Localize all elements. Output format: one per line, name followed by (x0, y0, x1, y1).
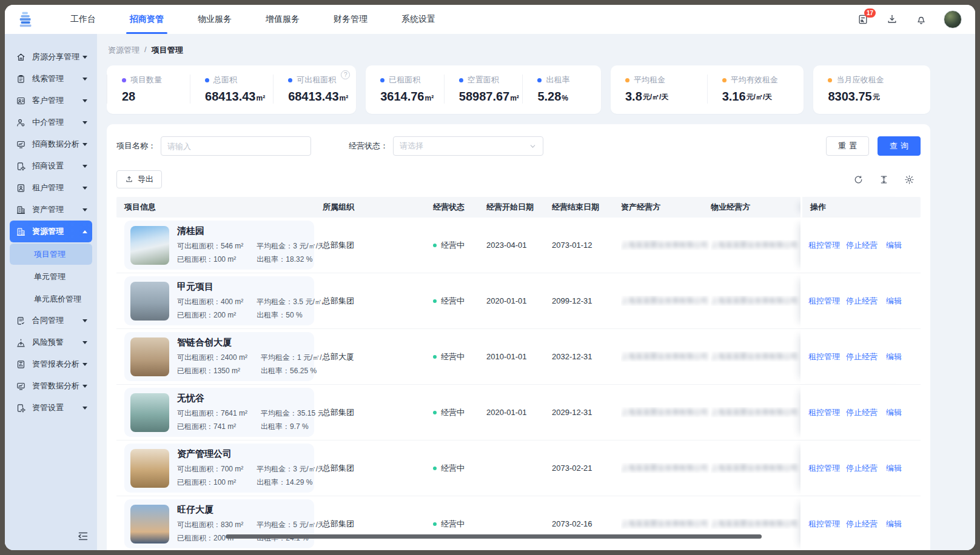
blurred-company-text: 上海某某置业发展有限公司 (711, 241, 798, 249)
download-icon[interactable] (885, 13, 899, 26)
action-link-停止经营[interactable]: 停止经营 (846, 296, 878, 307)
project-info-card[interactable]: 无忧谷 可出租面积：7641 m² 平均租金：35.15 元/㎡/天 已租面积：… (124, 388, 314, 437)
action-link-编辑[interactable]: 编辑 (886, 240, 902, 251)
stat-value: 68413.43 (205, 90, 255, 104)
blurred-company-text: 上海某某置业发展有限公司 (711, 464, 798, 472)
breadcrumb-parent[interactable]: 资源管理 (108, 45, 139, 56)
sidebar-item-客户管理[interactable]: 客户管理 (10, 90, 92, 111)
nav-tab-增值服务[interactable]: 增值服务 (249, 5, 317, 34)
refresh-icon[interactable] (853, 174, 864, 185)
status-select[interactable]: 请选择 (393, 136, 543, 156)
sidebar-item-资管设置[interactable]: 资管设置 (10, 397, 92, 419)
app-logo-icon[interactable] (17, 5, 38, 34)
action-link-停止经营[interactable]: 停止经营 (846, 407, 878, 418)
task-list-icon[interactable]: 17 (856, 13, 870, 26)
nav-tab-系统设置[interactable]: 系统设置 (384, 5, 452, 34)
average-rent: 平均租金：3 元/㎡/天 (257, 241, 323, 251)
breadcrumb-separator: / (144, 45, 147, 56)
caret-down-icon (82, 208, 87, 211)
action-link-停止经营[interactable]: 停止经营 (846, 519, 878, 530)
sidebar-item-招商数据分析[interactable]: 招商数据分析 (10, 133, 92, 155)
project-name: 资产管理公司 (177, 448, 308, 460)
sidebar-item-中介管理[interactable]: 中介管理 (10, 111, 92, 133)
reset-button[interactable]: 重置 (826, 136, 869, 156)
project-info-card[interactable]: 清桂园 可出租面积：546 m² 平均租金：3 元/㎡/天 已租面积：100 m… (124, 221, 314, 270)
building-icon (16, 227, 26, 237)
property-operator-cell: 上海某某置业发展有限公司 (711, 296, 800, 306)
column-header-经营开始日期: 经营开始日期 (486, 202, 552, 213)
stat-label: 项目数量 (130, 75, 162, 85)
nav-tab-物业服务[interactable]: 物业服务 (181, 5, 249, 34)
stat-dot (459, 78, 463, 82)
action-link-租控管理[interactable]: 租控管理 (808, 296, 840, 307)
status-cell: 经营中 (433, 296, 486, 307)
blurred-company-text: 上海某某置业发展有限公司 (711, 408, 798, 416)
primary-nav-tabs: 工作台招商资管物业服务增值服务财务管理系统设置 (53, 5, 452, 34)
nav-tab-招商资管[interactable]: 招商资管 (113, 5, 181, 34)
caret-down-icon (82, 407, 87, 410)
property-operator-cell: 上海某某置业发展有限公司 (711, 351, 800, 362)
action-link-编辑[interactable]: 编辑 (886, 351, 902, 362)
stat-value: 5.28 (537, 90, 561, 104)
action-link-租控管理[interactable]: 租控管理 (808, 351, 840, 362)
action-link-租控管理[interactable]: 租控管理 (808, 407, 840, 418)
stat-label: 当月应收租金 (836, 75, 884, 85)
column-header-物业经营方: 物业经营方 (711, 202, 800, 213)
project-name-label: 项目名称： (116, 141, 156, 151)
nav-tab-财务管理[interactable]: 财务管理 (317, 5, 384, 34)
sidebar-item-房源分享管理[interactable]: 房源分享管理 (10, 46, 92, 68)
project-info-card[interactable]: 旺仔大厦 可出租面积：830 m² 平均租金：5 元/㎡/天 已租面积：200 … (124, 499, 314, 548)
horizontal-scrollbar-thumb[interactable] (226, 534, 762, 539)
average-rent: 平均租金：3.5 元/㎡/天 (257, 297, 323, 307)
stat-label: 已租面积 (389, 75, 420, 85)
table-row: 甲元项目 可出租面积：400 m² 平均租金：3.5 元/㎡/天 已租面积：20… (116, 273, 921, 329)
sidebar-item-租户管理[interactable]: 租户管理 (10, 177, 92, 199)
stat-空置面积: 空置面积 58987.67m² (444, 75, 523, 104)
average-rent: 平均租金：1 元/㎡/天 (261, 353, 323, 363)
sidebar-item-合同管理[interactable]: 合同管理 (10, 310, 92, 331)
stat-label: 总面积 (213, 75, 237, 85)
action-link-租控管理[interactable]: 租控管理 (808, 519, 840, 530)
sidebar-item-资产管理[interactable]: 资产管理 (10, 199, 92, 221)
sidebar-item-资管报表分析[interactable]: 资管报表分析 (10, 353, 92, 375)
action-link-停止经营[interactable]: 停止经营 (846, 351, 878, 362)
stat-label: 平均有效租金 (731, 75, 778, 85)
notification-bell-icon[interactable] (915, 13, 928, 26)
sidebar-item-招商设置[interactable]: 招商设置 (10, 155, 92, 177)
stat-unit: % (562, 94, 568, 104)
stat-unit: m² (510, 94, 519, 104)
project-info-card[interactable]: 甲元项目 可出租面积：400 m² 平均租金：3.5 元/㎡/天 已租面积：20… (124, 276, 314, 325)
project-info-card[interactable]: 资产管理公司 可出租面积：700 m² 平均租金：3 元/㎡/天 已租面积：10… (124, 444, 314, 493)
project-name-input[interactable] (161, 136, 311, 156)
asset-operator-cell: 上海某某置业发展有限公司 (621, 519, 711, 529)
sidebar-collapse-icon[interactable] (76, 530, 90, 543)
row-height-icon[interactable] (879, 174, 889, 185)
blurred-company-text: 上海某某置业发展有限公司 (621, 464, 708, 472)
action-link-编辑[interactable]: 编辑 (886, 296, 902, 307)
sidebar-subitem-项目管理[interactable]: 项目管理 (10, 244, 92, 265)
action-link-租控管理[interactable]: 租控管理 (808, 240, 840, 251)
action-link-编辑[interactable]: 编辑 (886, 519, 902, 530)
row-actions: 租控管理停止经营编辑 (808, 351, 902, 362)
query-button[interactable]: 查询 (878, 136, 921, 156)
export-button[interactable]: 导出 (116, 170, 162, 188)
nav-tab-工作台[interactable]: 工作台 (53, 5, 113, 34)
main-content: 资源管理 / 项目管理 项目数量 28 总面积 68413.43m² 可出租面积… (97, 34, 975, 550)
action-link-停止经营[interactable]: 停止经营 (846, 463, 878, 474)
sidebar-subitem-单元底价管理[interactable]: 单元底价管理 (10, 288, 92, 310)
sidebar-item-资管数据分析[interactable]: 资管数据分析 (10, 375, 92, 397)
sidebar-item-资源管理[interactable]: 资源管理 (10, 221, 92, 242)
sidebar-item-线索管理[interactable]: 线索管理 (10, 68, 92, 90)
sidebar-item-风险预警[interactable]: 风险预警 (10, 331, 92, 353)
project-info-card[interactable]: 智链合创大厦 可出租面积：2400 m² 平均租金：1 元/㎡/天 已租面积：1… (124, 332, 314, 381)
asset-operator-cell: 上海某某置业发展有限公司 (621, 296, 711, 306)
action-link-租控管理[interactable]: 租控管理 (808, 463, 840, 474)
sidebar-subitem-单元管理[interactable]: 单元管理 (10, 266, 92, 287)
sidebar-item-label: 招商设置 (32, 161, 80, 171)
action-link-编辑[interactable]: 编辑 (886, 463, 902, 474)
status-filter: 经营状态： 请选择 (349, 136, 543, 156)
settings-gear-icon[interactable] (904, 174, 915, 185)
action-link-停止经营[interactable]: 停止经营 (846, 240, 878, 251)
user-avatar[interactable] (944, 10, 962, 28)
action-link-编辑[interactable]: 编辑 (886, 407, 902, 418)
